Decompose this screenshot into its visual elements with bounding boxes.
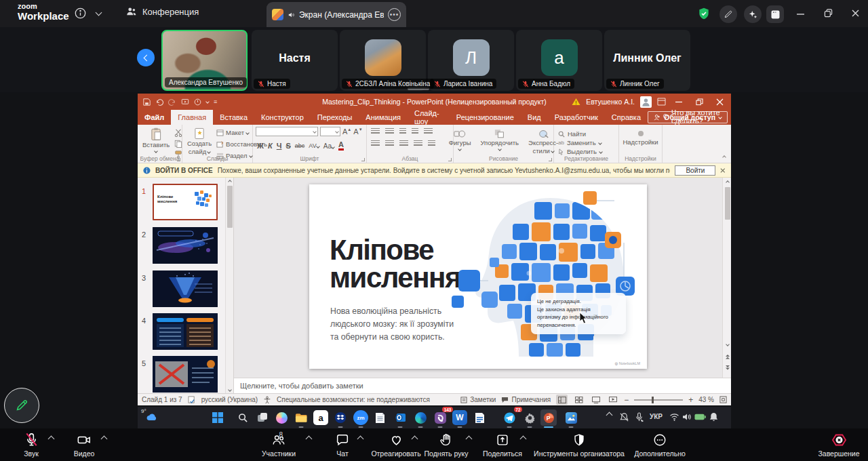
more-button[interactable]: Дополнительно xyxy=(626,432,694,458)
participant-tile[interactable]: Настя Настя xyxy=(252,30,338,91)
scroll-down-icon[interactable] xyxy=(723,340,732,348)
copy-icon[interactable] xyxy=(174,140,182,148)
share-screen-button[interactable]: Поделиться xyxy=(477,432,528,458)
spellcheck-icon[interactable] xyxy=(188,396,196,403)
panel-scroll-thumb[interactable] xyxy=(227,186,233,228)
qat-customize-icon[interactable]: ≡ xyxy=(214,98,217,105)
qat-chevron-icon[interactable] xyxy=(205,100,210,104)
tray-volume-icon[interactable] xyxy=(682,413,692,421)
strikethrough-button[interactable]: S xyxy=(285,142,290,150)
copilot-button[interactable] xyxy=(273,409,290,426)
close-button[interactable] xyxy=(848,6,863,20)
task-view-button[interactable] xyxy=(254,409,271,426)
replace-button[interactable]: abЗаменить xyxy=(558,139,614,146)
meeting-info-icon[interactable] xyxy=(75,7,86,19)
ppt-minimize-button[interactable] xyxy=(671,95,686,108)
slide-callout-box[interactable]: Це не деградація. Це захисна адаптація о… xyxy=(531,293,626,334)
shrink-font-button[interactable]: А▼ xyxy=(353,127,362,136)
tab-developer[interactable]: Разработчик xyxy=(548,110,605,125)
slide-thumbnail-1[interactable]: Кліпове мислення xyxy=(153,184,218,220)
next-slide-button[interactable] xyxy=(723,363,732,371)
account-avatar[interactable] xyxy=(640,96,652,108)
tray-mic-icon[interactable] xyxy=(635,412,644,422)
share-button[interactable]: Общий доступ xyxy=(648,111,728,123)
font-size-select[interactable] xyxy=(320,127,340,136)
search-button[interactable] xyxy=(235,409,251,426)
notepad-button[interactable] xyxy=(372,409,388,426)
tab-screen-share[interactable]: Экран (Александра Евтушен ••• xyxy=(267,2,406,27)
slide-thumbnail-4[interactable] xyxy=(153,313,218,350)
participant-tile[interactable]: a Анна Бадюл xyxy=(516,30,602,91)
ppt-restore-button[interactable] xyxy=(692,95,707,108)
document-button[interactable] xyxy=(471,409,488,426)
scroll-up-icon[interactable] xyxy=(723,178,732,186)
current-slide[interactable]: Кліпове мислення Нова еволюційна реальні… xyxy=(309,184,647,369)
panel-scrollbar[interactable] xyxy=(225,178,233,393)
tab-animations[interactable]: Анимация xyxy=(359,110,408,125)
zoom-out-button[interactable]: − xyxy=(624,395,629,405)
widgets-weather-button[interactable]: 9° xyxy=(140,409,163,426)
previous-slide-button[interactable] xyxy=(723,353,732,360)
end-meeting-button[interactable]: Завершение xyxy=(812,432,866,458)
participant-tile[interactable]: Л Лариса Іванина xyxy=(428,30,514,91)
tab-view[interactable]: Вид xyxy=(521,110,548,125)
view-normal-button[interactable] xyxy=(556,395,568,405)
shapes-button[interactable]: Фигуры xyxy=(447,128,473,156)
underline-button[interactable]: Ч xyxy=(277,142,282,150)
comments-toggle[interactable]: Примечания xyxy=(501,396,551,403)
view-reading-button[interactable] xyxy=(590,395,601,405)
slide-subtitle[interactable]: Нова еволюційна реальність людського моз… xyxy=(330,305,454,344)
main-scroll-thumb[interactable] xyxy=(725,187,730,220)
powerpoint-taskbar-button[interactable]: P xyxy=(540,409,557,426)
cut-icon[interactable] xyxy=(174,129,182,137)
restore-button[interactable] xyxy=(821,6,835,20)
slide-thumbnail-5[interactable] xyxy=(153,356,218,393)
tray-dnd-icon[interactable] xyxy=(619,412,629,422)
tab-meeting[interactable]: Конференция xyxy=(125,5,199,18)
settings-button[interactable] xyxy=(521,409,538,426)
participant-tile[interactable]: Линник Олег Линник Олег xyxy=(604,30,690,91)
zoom-slider-thumb[interactable] xyxy=(652,397,654,403)
security-shield-icon[interactable] xyxy=(697,6,711,21)
signin-button[interactable]: Войти xyxy=(675,165,715,176)
tab-slideshow[interactable]: Слайд-шоу xyxy=(408,110,450,125)
tab-design[interactable]: Конструктор xyxy=(254,110,311,125)
accessibility-status[interactable]: Специальные возможности: не поддерживают… xyxy=(277,396,430,403)
clear-formatting-button[interactable]: abc xyxy=(295,142,305,149)
viber-button[interactable]: 143 xyxy=(432,409,448,426)
host-tools-button[interactable]: Инструменты организатора xyxy=(525,432,633,458)
indent-increase-icon[interactable] xyxy=(412,128,418,135)
annotation-fab-button[interactable] xyxy=(4,388,39,423)
tray-notifications-icon[interactable] xyxy=(709,412,718,422)
arrange-button[interactable]: Упорядочить xyxy=(479,128,521,156)
addins-button[interactable]: Надстройки xyxy=(622,128,659,147)
close-bar-icon[interactable] xyxy=(720,167,726,174)
tray-language-indicator[interactable]: УКР xyxy=(650,413,663,420)
view-sorter-button[interactable] xyxy=(573,395,585,405)
chat-button[interactable]: Чат xyxy=(323,432,361,458)
find-button[interactable]: Найти xyxy=(558,130,614,138)
align-right-icon[interactable] xyxy=(399,140,408,147)
accessibility-icon[interactable] xyxy=(263,396,271,404)
photos-button[interactable] xyxy=(563,409,579,426)
zoom-in-button[interactable]: + xyxy=(688,395,693,405)
dropbox-button[interactable] xyxy=(332,409,349,426)
info-chevron-icon[interactable] xyxy=(96,9,102,16)
fit-slide-icon[interactable] xyxy=(719,396,727,403)
save-icon[interactable] xyxy=(143,98,151,106)
grow-font-button[interactable]: А▲ xyxy=(342,127,351,136)
tab-help[interactable]: Справка xyxy=(605,110,648,125)
participants-button[interactable]: 8 Участники xyxy=(252,432,306,458)
collapse-ribbon-icon[interactable] xyxy=(722,155,726,159)
amazon-button[interactable]: a xyxy=(313,409,329,426)
tray-wifi-icon[interactable] xyxy=(669,413,679,421)
columns-icon[interactable] xyxy=(428,140,435,147)
tab-file[interactable]: Файл xyxy=(138,110,171,125)
ai-companion-button[interactable] xyxy=(744,5,762,23)
warning-icon[interactable] xyxy=(572,98,580,106)
edge-button[interactable] xyxy=(412,409,429,426)
telegram-button[interactable]: 72 xyxy=(501,409,517,426)
annotate-pencil-button[interactable] xyxy=(719,5,737,23)
file-explorer-button[interactable] xyxy=(293,409,309,426)
tab-transitions[interactable]: Переходы xyxy=(311,110,359,125)
